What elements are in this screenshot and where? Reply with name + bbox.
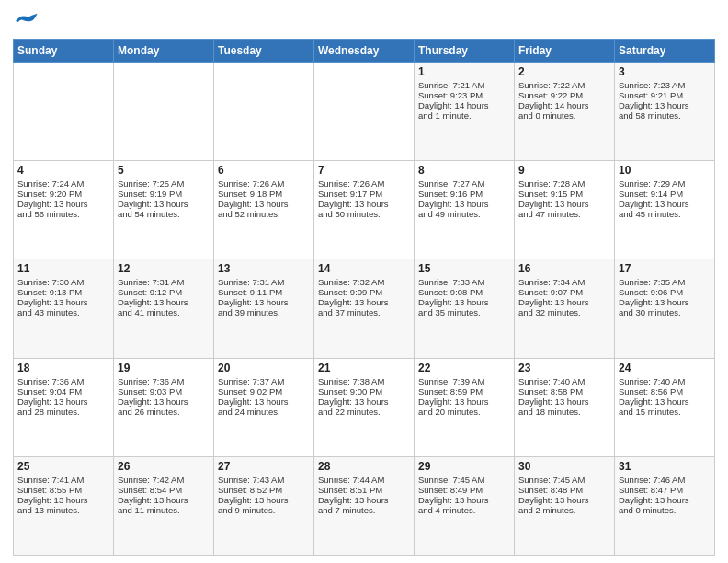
cell-text: and 18 minutes. xyxy=(518,407,610,417)
day-number: 24 xyxy=(619,362,711,374)
calendar-cell: 11Sunrise: 7:30 AMSunset: 9:13 PMDayligh… xyxy=(14,259,114,358)
day-number: 12 xyxy=(118,262,210,275)
cell-text: and 58 minutes. xyxy=(619,110,711,121)
cell-text: Sunrise: 7:31 AM xyxy=(218,277,310,287)
calendar-cell: 13Sunrise: 7:31 AMSunset: 9:11 PMDayligh… xyxy=(214,259,314,358)
day-number: 20 xyxy=(218,362,310,374)
cell-text: Daylight: 13 hours xyxy=(318,396,410,407)
day-number: 18 xyxy=(17,362,109,374)
cell-text: Sunrise: 7:27 AM xyxy=(418,178,510,189)
cell-text: Sunrise: 7:24 AM xyxy=(17,178,109,189)
cell-text: Daylight: 13 hours xyxy=(418,199,510,209)
cell-text: Daylight: 13 hours xyxy=(218,495,310,505)
cell-text: Sunrise: 7:41 AM xyxy=(17,475,109,485)
calendar-cell: 19Sunrise: 7:36 AMSunset: 9:03 PMDayligh… xyxy=(114,358,214,456)
calendar-cell: 20Sunrise: 7:37 AMSunset: 9:02 PMDayligh… xyxy=(214,358,314,456)
cell-text: Sunset: 9:14 PM xyxy=(619,189,711,199)
cell-text: and 0 minutes. xyxy=(619,505,711,515)
cell-text: Daylight: 13 hours xyxy=(418,396,510,407)
cell-text: and 49 minutes. xyxy=(418,209,510,219)
cell-text: and 50 minutes. xyxy=(318,209,410,219)
cell-text: Sunrise: 7:23 AM xyxy=(619,80,711,90)
day-number: 19 xyxy=(118,362,210,374)
cell-text: Sunrise: 7:26 AM xyxy=(318,178,410,189)
day-number: 16 xyxy=(518,262,610,275)
cell-text: Sunrise: 7:45 AM xyxy=(418,475,510,485)
cell-text: Daylight: 13 hours xyxy=(318,199,410,209)
cell-text: Daylight: 13 hours xyxy=(118,199,210,209)
cell-text: and 39 minutes. xyxy=(218,307,310,317)
calendar-cell: 21Sunrise: 7:38 AMSunset: 9:00 PMDayligh… xyxy=(314,358,415,456)
day-number: 4 xyxy=(17,164,109,177)
day-number: 27 xyxy=(218,460,310,473)
cell-text: Sunrise: 7:36 AM xyxy=(118,376,210,386)
cell-text: Sunset: 9:17 PM xyxy=(318,189,410,199)
day-number: 26 xyxy=(118,460,210,473)
calendar-cell: 3Sunrise: 7:23 AMSunset: 9:21 PMDaylight… xyxy=(615,63,715,161)
cell-text: Daylight: 13 hours xyxy=(17,396,109,407)
calendar-cell: 22Sunrise: 7:39 AMSunset: 8:59 PMDayligh… xyxy=(415,358,515,456)
day-number: 17 xyxy=(619,262,711,275)
cell-text: and 7 minutes. xyxy=(318,505,410,515)
calendar-cell: 5Sunrise: 7:25 AMSunset: 9:19 PMDaylight… xyxy=(114,161,214,259)
day-number: 5 xyxy=(118,164,210,177)
calendar-cell xyxy=(114,63,214,161)
cell-text: Daylight: 13 hours xyxy=(619,396,711,407)
cell-text: Sunset: 8:48 PM xyxy=(518,485,610,495)
day-header-saturday: Saturday xyxy=(615,40,715,63)
cell-text: Daylight: 13 hours xyxy=(118,396,210,407)
cell-text: Daylight: 13 hours xyxy=(619,100,711,110)
day-header-friday: Friday xyxy=(515,40,615,63)
cell-text: Daylight: 13 hours xyxy=(17,297,109,307)
calendar-cell: 6Sunrise: 7:26 AMSunset: 9:18 PMDaylight… xyxy=(214,161,314,259)
calendar-cell: 28Sunrise: 7:44 AMSunset: 8:51 PMDayligh… xyxy=(314,456,415,555)
cell-text: Sunset: 9:03 PM xyxy=(118,386,210,396)
calendar-table: SundayMondayTuesdayWednesdayThursdayFrid… xyxy=(13,39,715,556)
calendar-cell: 14Sunrise: 7:32 AMSunset: 9:09 PMDayligh… xyxy=(314,259,415,358)
cell-text: and 9 minutes. xyxy=(218,505,310,515)
day-number: 28 xyxy=(318,460,410,473)
cell-text: Sunset: 9:19 PM xyxy=(118,189,210,199)
cell-text: Sunrise: 7:40 AM xyxy=(518,376,610,386)
cell-text: Daylight: 13 hours xyxy=(118,297,210,307)
calendar-cell: 31Sunrise: 7:46 AMSunset: 8:47 PMDayligh… xyxy=(615,456,715,555)
cell-text: and 13 minutes. xyxy=(17,505,109,515)
calendar-week-row: 4Sunrise: 7:24 AMSunset: 9:20 PMDaylight… xyxy=(14,161,715,259)
calendar-cell: 18Sunrise: 7:36 AMSunset: 9:04 PMDayligh… xyxy=(14,358,114,456)
calendar-week-row: 1Sunrise: 7:21 AMSunset: 9:23 PMDaylight… xyxy=(14,63,715,161)
cell-text: Sunset: 8:55 PM xyxy=(17,485,109,495)
cell-text: Daylight: 13 hours xyxy=(619,297,711,307)
day-number: 29 xyxy=(418,460,510,473)
day-number: 22 xyxy=(418,362,510,374)
calendar-cell: 27Sunrise: 7:43 AMSunset: 8:52 PMDayligh… xyxy=(214,456,314,555)
cell-text: and 0 minutes. xyxy=(518,110,610,121)
calendar-cell xyxy=(314,63,415,161)
cell-text: and 45 minutes. xyxy=(619,209,711,219)
cell-text: Daylight: 13 hours xyxy=(218,297,310,307)
calendar-cell: 12Sunrise: 7:31 AMSunset: 9:12 PMDayligh… xyxy=(114,259,214,358)
cell-text: Sunrise: 7:29 AM xyxy=(619,178,711,189)
header xyxy=(13,11,715,31)
cell-text: Sunset: 9:09 PM xyxy=(318,287,410,297)
cell-text: Sunrise: 7:34 AM xyxy=(518,277,610,287)
cell-text: and 35 minutes. xyxy=(418,307,510,317)
calendar-cell: 29Sunrise: 7:45 AMSunset: 8:49 PMDayligh… xyxy=(415,456,515,555)
cell-text: Sunset: 9:12 PM xyxy=(118,287,210,297)
cell-text: Sunset: 8:52 PM xyxy=(218,485,310,495)
day-number: 15 xyxy=(418,262,510,275)
cell-text: Daylight: 13 hours xyxy=(318,297,410,307)
calendar-cell: 2Sunrise: 7:22 AMSunset: 9:22 PMDaylight… xyxy=(515,63,615,161)
cell-text: and 32 minutes. xyxy=(518,307,610,317)
cell-text: Sunrise: 7:43 AM xyxy=(218,475,310,485)
cell-text: Daylight: 13 hours xyxy=(518,495,610,505)
calendar-cell: 17Sunrise: 7:35 AMSunset: 9:06 PMDayligh… xyxy=(615,259,715,358)
logo-icon xyxy=(13,11,39,31)
calendar-cell: 24Sunrise: 7:40 AMSunset: 8:56 PMDayligh… xyxy=(615,358,715,456)
cell-text: and 22 minutes. xyxy=(318,407,410,417)
cell-text: Sunset: 9:11 PM xyxy=(218,287,310,297)
day-header-sunday: Sunday xyxy=(14,40,114,63)
calendar-header-row: SundayMondayTuesdayWednesdayThursdayFrid… xyxy=(14,40,715,63)
cell-text: Sunset: 9:20 PM xyxy=(17,189,109,199)
cell-text: and 56 minutes. xyxy=(17,209,109,219)
calendar-cell xyxy=(14,63,114,161)
